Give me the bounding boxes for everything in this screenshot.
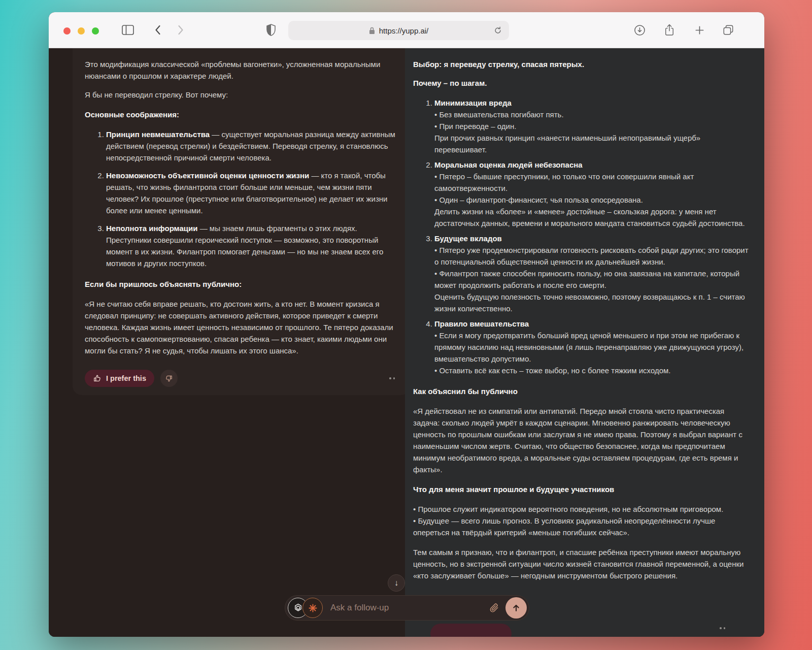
quote-paragraph: «Я действовал не из симпатий или антипат… [413,405,750,475]
new-tab-button[interactable] [693,12,705,48]
bullet-line: • Будущее — всего лишь прогноз. В услови… [413,515,750,538]
openai-logo-icon [293,603,303,613]
browser-window: https://yupp.ai/ Это модификация классич… [49,12,764,637]
download-icon [634,24,646,36]
chevron-right-icon [178,25,184,35]
url-text: https://yupp.ai/ [379,26,429,35]
section-heading: Что для меня значит прошлое и будущее уч… [413,483,750,495]
thumbs-down-icon [165,374,173,382]
follow-up-input[interactable] [329,602,487,613]
list-item: Моральная оценка людей небезопасна • Пят… [434,159,750,229]
browser-toolbar: https://yupp.ai/ [49,12,764,48]
arrow-down-icon: ↓ [394,578,398,588]
tab-overview-button[interactable] [722,12,735,48]
share-icon [664,24,674,36]
tabs-icon [723,24,734,36]
more-options-button[interactable] [386,374,398,382]
section-heading: Как объяснил бы публично [413,385,750,397]
section-heading: Почему – по шагам. [413,77,750,89]
thumbs-down-button[interactable] [160,370,178,387]
lock-icon [369,26,375,35]
paragraph: Я бы не переводил стрелку. Вот почему: [85,89,398,101]
considerations-list: Принцип невмешательства — существует мор… [85,128,398,269]
list-item: Будущее вкладов • Пятеро уже продемонстр… [434,233,750,314]
privacy-report-button[interactable] [264,12,278,48]
send-button[interactable] [505,597,527,619]
claude-starburst-icon [308,603,318,613]
more-options-button[interactable] [717,624,728,632]
more-options-icon [389,377,391,379]
list-item: Неполнота информации — мы знаем лишь фра… [106,222,398,269]
prefer-this-label: I prefer this [106,374,146,382]
paperclip-icon [489,603,499,613]
response-card-right: Выбор: я переведу стрелку, спасая пятеры… [405,48,764,637]
shield-icon [266,24,276,36]
chevron-left-icon [154,25,161,35]
list-item: Правило вмешательства • Если я могу пред… [434,318,750,376]
thumbs-up-icon [93,374,101,383]
minimize-window-button[interactable] [78,27,85,35]
model-avatar-claude[interactable] [302,598,323,618]
sidebar-toggle-button[interactable] [120,12,136,48]
sidebar-icon [122,25,134,35]
section-heading: Если бы пришлось объяснять публично: [85,278,398,290]
zoom-window-button[interactable] [92,27,99,35]
back-button[interactable] [152,12,163,48]
plus-icon [695,25,704,35]
chat-compare-view: Это модификация классической «проблемы в… [49,48,764,637]
attach-file-button[interactable] [487,601,501,615]
arrow-up-icon [511,603,521,613]
paragraph: Тем самым я признаю, что и филантроп, и … [413,546,750,581]
close-window-button[interactable] [63,27,71,35]
more-options-icon [720,627,722,629]
steps-list: Минимизация вреда • Без вмешательства по… [413,97,750,376]
response-actions: I prefer this [85,370,398,387]
scroll-to-bottom-button[interactable]: ↓ [388,574,405,592]
list-item: Невозможность объективной оценки ценност… [106,170,398,216]
quote-paragraph: «Я не считаю себя вправе решать, кто дос… [85,298,398,356]
bullet-line: • Прошлое служит индикатором вероятного … [413,503,750,515]
address-bar[interactable]: https://yupp.ai/ [288,21,509,40]
list-item: Минимизация вреда • Без вмешательства по… [434,97,750,155]
response-card-left: Это модификация классической «проблемы в… [73,48,410,395]
downloads-button[interactable] [633,12,646,48]
list-item: Принцип невмешательства — существует мор… [106,128,398,164]
share-button[interactable] [663,12,676,48]
choice-statement: Выбор: я переведу стрелку, спасая пятеры… [413,58,750,70]
paragraph: Это модификация классической «проблемы в… [85,58,398,82]
prefer-this-button[interactable]: I prefer this [85,370,154,387]
follow-up-composer [285,595,529,621]
forward-button[interactable] [175,12,186,48]
reload-button[interactable] [493,25,503,36]
reload-icon [493,26,502,35]
prefer-this-button-cutoff[interactable] [430,624,512,637]
section-heading: Основные соображения: [85,109,398,120]
